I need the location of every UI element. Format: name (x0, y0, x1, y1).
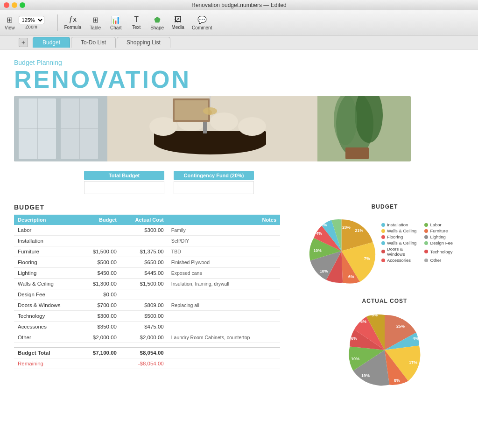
cell-notes[interactable]: Replacing all (168, 300, 280, 311)
total-budget-input[interactable] (84, 181, 164, 194)
cell-actual[interactable]: $500.00 (120, 311, 168, 322)
legend-item: Labor (424, 222, 464, 227)
cell-budget[interactable] (79, 225, 120, 236)
comment-button[interactable]: 💬 Comment (189, 14, 215, 32)
cell-desc[interactable]: Walls & Ceiling (14, 279, 79, 289)
zoom-select[interactable]: 125% 100% 75% (19, 16, 44, 24)
tab-todo[interactable]: To-Do List (71, 37, 116, 48)
pct-label: 17% (409, 360, 417, 365)
legend-dot (381, 250, 385, 253)
legend-item: Installation (381, 222, 421, 227)
remaining-row: Remaining -$8,054.00 (14, 358, 280, 369)
cell-actual[interactable] (120, 289, 168, 300)
tab-shopping[interactable]: Shopping List (117, 37, 170, 48)
cell-notes[interactable]: TBD (168, 246, 280, 257)
contingency-input[interactable] (174, 181, 254, 194)
svg-point-25 (203, 107, 217, 115)
cell-notes[interactable]: Exposed cans (168, 268, 280, 279)
cell-notes[interactable] (168, 311, 280, 322)
cell-desc[interactable]: Doors & Windows (14, 300, 79, 311)
cell-budget[interactable]: $500.00 (79, 257, 120, 268)
legend-label: Flooring (387, 234, 403, 239)
col-budget: Budget (79, 215, 120, 225)
budget-table: Description Budget Actual Cost Notes Lab… (14, 215, 280, 369)
room-banner (14, 96, 411, 161)
legend-item: Doors & Windows (381, 246, 421, 257)
shape-button[interactable]: ⬟ Shape (148, 14, 167, 32)
cell-actual[interactable]: $2,000.00 (120, 332, 168, 343)
view-button[interactable]: ⊞ View (5, 15, 15, 30)
cell-actual[interactable]: $1,500.00 (120, 279, 168, 289)
cell-actual[interactable]: $300.00 (120, 225, 168, 236)
cell-desc[interactable]: Installation (14, 236, 79, 246)
totals-actual: $8,054.00 (120, 347, 168, 358)
cell-notes[interactable]: Laundry Room Cabinets, countertop (168, 332, 280, 343)
cell-notes[interactable]: Self/DIY (168, 236, 280, 246)
window-title: Renovation budget.numbers — Edited (191, 2, 286, 8)
cell-desc[interactable]: Labor (14, 225, 79, 236)
cell-desc[interactable]: Flooring (14, 257, 79, 268)
sheet: Budget Planning RENOVATION (0, 49, 478, 448)
cell-notes[interactable]: Finished Plywood (168, 257, 280, 268)
legend-label: Walls & Ceiling (387, 240, 417, 245)
cell-actual[interactable] (120, 236, 168, 246)
pct-label: 6% (360, 319, 366, 324)
legend-item: Design Fee (424, 240, 464, 245)
legend-dot (424, 250, 428, 253)
pct-label: 4% (413, 336, 419, 341)
legend-item: Accessories (381, 258, 421, 263)
legend-label: Furniture (430, 228, 448, 233)
table-row: Flooring $500.00 $650.00 Finished Plywoo… (14, 257, 280, 268)
cell-budget[interactable]: $450.00 (79, 268, 120, 279)
text-button[interactable]: T Text (127, 14, 146, 32)
cell-budget[interactable]: $2,000.00 (79, 332, 120, 343)
add-tab-button[interactable]: + (19, 38, 28, 47)
cell-desc[interactable]: Lighting (14, 268, 79, 279)
chart-button[interactable]: 📊 Chart (106, 14, 125, 32)
cell-desc[interactable]: Technology (14, 311, 79, 322)
tabs-bar: + Budget To-Do List Shopping List (0, 35, 478, 49)
pct-label: 10% (351, 357, 359, 361)
svg-rect-21 (345, 147, 369, 159)
cell-budget[interactable]: $700.00 (79, 300, 120, 311)
cell-budget[interactable] (79, 236, 120, 246)
pct-label: 21% (355, 228, 363, 233)
cell-desc[interactable]: Design Fee (14, 289, 79, 300)
cell-desc[interactable]: Furniture (14, 246, 79, 257)
minimize-button[interactable] (12, 2, 17, 8)
tab-budget[interactable]: Budget (33, 37, 70, 48)
legend-item: Walls & Ceiling (381, 240, 421, 245)
cell-notes[interactable] (168, 289, 280, 300)
formula-button[interactable]: ƒx Formula (62, 14, 84, 32)
table-button[interactable]: ⊞ Table (86, 14, 105, 32)
cell-actual[interactable]: $475.00 (120, 322, 168, 332)
cell-actual[interactable]: $809.00 (120, 300, 168, 311)
cell-budget[interactable]: $1,500.00 (79, 246, 120, 257)
table-icon: ⊞ (92, 15, 98, 24)
traffic-lights (4, 2, 25, 8)
cell-budget[interactable]: $300.00 (79, 311, 120, 322)
text-icon: T (134, 15, 139, 24)
cell-budget[interactable]: $1,300.00 (79, 279, 120, 289)
cell-notes[interactable]: Family (168, 225, 280, 236)
table-row: Installation Self/DIY (14, 236, 280, 246)
cell-notes[interactable] (168, 322, 280, 332)
media-button[interactable]: 🖼 Media (169, 14, 187, 32)
pct-label: 6% (351, 336, 357, 341)
svg-rect-23 (175, 100, 208, 120)
cell-desc[interactable]: Accessories (14, 322, 79, 332)
close-button[interactable] (4, 2, 9, 8)
legend-label: Design Fee (430, 240, 453, 245)
legend-dot (381, 241, 385, 245)
legend-dot (381, 229, 385, 233)
cell-desc[interactable]: Other (14, 332, 79, 343)
cell-actual[interactable]: $1,375.00 (120, 246, 168, 257)
cell-notes[interactable]: Insulation, framing, drywall (168, 279, 280, 289)
cell-actual[interactable]: $445.00 (120, 268, 168, 279)
cell-actual[interactable]: $650.00 (120, 257, 168, 268)
legend-dot (424, 235, 428, 239)
fullscreen-button[interactable] (20, 2, 25, 8)
svg-point-20 (334, 96, 357, 145)
cell-budget[interactable]: $350.00 (79, 322, 120, 332)
cell-budget[interactable]: $0.00 (79, 289, 120, 300)
